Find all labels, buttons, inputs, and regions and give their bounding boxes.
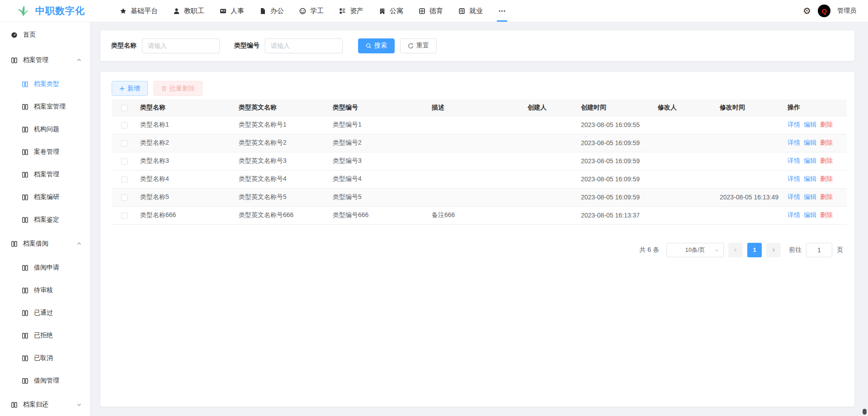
- sidebar-item-label: 首页: [23, 31, 36, 39]
- select-all-checkbox[interactable]: [121, 105, 127, 111]
- sidebar-item-archive-research[interactable]: 档案编研: [0, 186, 90, 208]
- table-header-row: 类型名称类型英文名称类型编号描述创建人创建时间修改人修改时间操作: [112, 99, 847, 116]
- sidebar-item-org-issue[interactable]: 机构问题: [0, 118, 90, 141]
- detail-link[interactable]: 详情: [788, 157, 800, 164]
- column-header: 类型名称: [137, 99, 235, 116]
- nav-item-hr[interactable]: 人事: [212, 0, 252, 22]
- sidebar-item-borrow-apply[interactable]: 借阅申请: [0, 256, 90, 279]
- chevron-left-icon: [733, 247, 738, 253]
- page-unit-label: 页: [837, 246, 843, 254]
- search-button[interactable]: 搜索: [358, 38, 395, 53]
- book-icon: [22, 265, 28, 271]
- cell-create-time: 2023-08-05 16:09:59: [577, 152, 654, 170]
- star-icon: [120, 8, 127, 14]
- detail-link[interactable]: 详情: [788, 139, 800, 146]
- add-button[interactable]: 新增: [112, 81, 148, 96]
- sidebar-item-rejected[interactable]: 已拒绝: [0, 324, 90, 347]
- edit-link[interactable]: 编辑: [804, 175, 816, 182]
- table-toolbar: 新增 批量删除: [112, 81, 843, 96]
- sidebar-item-archive-borrow[interactable]: 档案借阅: [0, 231, 90, 256]
- nav-item-office[interactable]: 办公: [252, 0, 292, 22]
- sidebar-item-approved[interactable]: 已通过: [0, 302, 90, 324]
- column-header: 类型英文名称: [235, 99, 329, 116]
- total-count: 共 6 条: [639, 246, 659, 254]
- select-all-header: [112, 99, 137, 116]
- row-checkbox[interactable]: [121, 213, 127, 219]
- detail-link[interactable]: 详情: [788, 193, 800, 200]
- goto-page-input[interactable]: [806, 243, 832, 257]
- sidebar: 首页档案管理档案类型档案室管理机构问题案卷管理档案管理档案编研档案鉴定档案借阅借…: [0, 22, 90, 416]
- scrollbar-thumb[interactable]: [863, 409, 867, 415]
- next-page-button[interactable]: [766, 243, 781, 257]
- column-header: 创建人: [524, 99, 577, 116]
- row-checkbox[interactable]: [121, 176, 127, 183]
- row-checkbox[interactable]: [121, 140, 127, 147]
- chevron-down-icon: [714, 248, 719, 253]
- sidebar-item-archive-appraisal[interactable]: 档案鉴定: [0, 208, 90, 231]
- sidebar-item-archive-files[interactable]: 档案管理: [0, 163, 90, 186]
- user-avatar[interactable]: Q: [818, 5, 830, 17]
- nav-item-apartment[interactable]: 公寓: [371, 0, 411, 22]
- edit-link[interactable]: 编辑: [804, 121, 816, 128]
- app-title: 中职数字化: [35, 5, 85, 17]
- sidebar-item-label: 案卷管理: [34, 148, 59, 156]
- delete-link[interactable]: 删除: [820, 193, 833, 200]
- nav-item-more[interactable]: [491, 0, 514, 22]
- sidebar-item-label: 档案管理: [34, 170, 59, 179]
- nav-item-label: 学工: [310, 7, 324, 15]
- type-name-label: 类型名称: [111, 42, 137, 50]
- page-size-select[interactable]: 10条/页: [666, 243, 724, 257]
- prev-page-button[interactable]: [728, 243, 743, 257]
- delete-link[interactable]: 删除: [820, 157, 833, 164]
- sidebar-item-pending-review[interactable]: 待审核: [0, 279, 90, 302]
- sidebar-item-label: 档案室管理: [34, 103, 66, 111]
- row-checkbox[interactable]: [121, 158, 127, 165]
- book-icon: [22, 81, 28, 88]
- sidebar-item-archive-management[interactable]: 档案管理: [0, 47, 90, 73]
- sidebar-item-archive-room[interactable]: 档案室管理: [0, 95, 90, 118]
- row-checkbox[interactable]: [121, 122, 127, 128]
- delete-link[interactable]: 删除: [820, 139, 833, 146]
- cell-description: [428, 188, 524, 206]
- edit-link[interactable]: 编辑: [804, 193, 816, 200]
- cell-type-name: 类型名称4: [137, 170, 235, 188]
- user-name[interactable]: 管理员: [837, 7, 856, 15]
- cell-modify-time: [716, 134, 784, 152]
- reset-button[interactable]: 重置: [400, 38, 437, 53]
- sidebar-item-case-file[interactable]: 案卷管理: [0, 141, 90, 163]
- delete-link[interactable]: 删除: [820, 175, 833, 182]
- delete-link[interactable]: 删除: [820, 121, 833, 128]
- table-row: 类型名称2类型英文名称号2类型编号22023-08-05 16:09:59详情编…: [112, 134, 847, 152]
- row-checkbox[interactable]: [121, 194, 127, 201]
- delete-link[interactable]: 删除: [820, 211, 833, 218]
- page-number-button[interactable]: 1: [747, 243, 762, 257]
- nav-item-label: 就业: [469, 7, 483, 15]
- nav-item-student-affairs[interactable]: 学工: [292, 0, 331, 22]
- top-navbar: 中职数字化 基础平台教职工人事办公学工资产公寓德育就业 ⚙ Q 管理员: [0, 0, 868, 22]
- nav-item-assets[interactable]: 资产: [331, 0, 371, 22]
- table-row: 类型名称4类型英文名称号4类型编号42023-08-05 16:09:59详情编…: [112, 170, 847, 188]
- type-name-input[interactable]: [142, 38, 220, 53]
- nav-item-faculty[interactable]: 教职工: [165, 0, 212, 22]
- book-icon: [22, 217, 28, 223]
- batch-delete-button[interactable]: 批量删除: [153, 81, 203, 96]
- sidebar-item-borrow-management[interactable]: 借阅管理: [0, 369, 90, 392]
- sidebar-item-home[interactable]: 首页: [0, 22, 90, 47]
- edit-link[interactable]: 编辑: [804, 211, 816, 218]
- nav-item-base-platform[interactable]: 基础平台: [112, 0, 165, 22]
- edit-link[interactable]: 编辑: [804, 139, 816, 146]
- edit-link[interactable]: 编辑: [804, 157, 816, 164]
- sidebar-item-archive-type[interactable]: 档案类型: [0, 73, 90, 95]
- sidebar-item-archive-return[interactable]: 档案归还: [0, 392, 90, 416]
- settings-gear-icon[interactable]: ⚙: [803, 6, 811, 15]
- chevron-right-icon: [771, 247, 776, 253]
- nav-item-moral-education[interactable]: 德育: [411, 0, 451, 22]
- sidebar-item-label: 机构问题: [34, 125, 59, 133]
- detail-link[interactable]: 详情: [788, 121, 800, 128]
- chevron-up-icon: [76, 57, 82, 63]
- sidebar-item-cancelled[interactable]: 已取消: [0, 347, 90, 369]
- detail-link[interactable]: 详情: [788, 211, 800, 218]
- nav-item-employment[interactable]: 就业: [451, 0, 491, 22]
- type-code-input[interactable]: [265, 38, 343, 53]
- detail-link[interactable]: 详情: [788, 175, 800, 182]
